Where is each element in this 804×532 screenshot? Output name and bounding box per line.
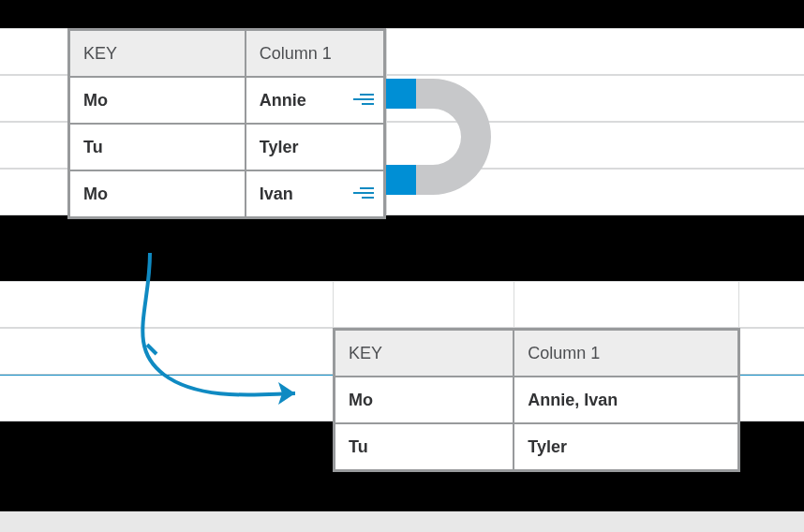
cell-value: Annie [246,77,384,124]
cell-key: Mo [69,170,246,217]
footer-band [0,511,804,532]
cell-key: Mo [69,77,246,124]
cell-value: Tyler [246,124,384,170]
cell-key: Mo [335,377,514,423]
magnet-pole-top [386,79,416,109]
header-column1: Column 1 [246,30,384,77]
table-row: MoAnnie [69,77,384,124]
table-row: MoAnnie, Ivan [335,377,738,423]
cell-value: Ivan [246,170,384,217]
cell-value-text: Tyler [528,437,567,457]
table-row: MoIvan [69,170,384,217]
source-table: KEYColumn 1MoAnnieTuTylerMoIvan [67,28,386,219]
table-header-row: KEYColumn 1 [335,330,738,377]
cell-value: Tyler [514,423,738,470]
match-lines-icon [353,187,374,200]
header-key: KEY [335,330,514,377]
table-row: TuTyler [335,423,738,470]
cell-value-text: Ivan [260,185,293,204]
match-lines-icon [353,94,374,107]
table-row: TuTyler [69,124,384,170]
cell-value-text: Annie, Ivan [528,391,618,410]
cell-key: Tu [69,124,246,170]
header-column1: Column 1 [514,330,738,377]
cell-value-text: Tyler [260,138,299,157]
cell-value: Annie, Ivan [514,377,738,423]
cell-value-text: Annie [260,91,306,111]
cell-key: Tu [335,423,514,470]
table-header-row: KEYColumn 1 [69,30,384,77]
diagram-stage: KEYColumn 1MoAnnieTuTylerMoIvan KEYColum… [0,0,804,532]
magnet-pole-bottom [386,165,416,195]
result-table: KEYColumn 1MoAnnie, IvanTuTyler [333,328,740,472]
flow-arrow-icon [98,253,323,421]
header-key: KEY [69,30,246,77]
